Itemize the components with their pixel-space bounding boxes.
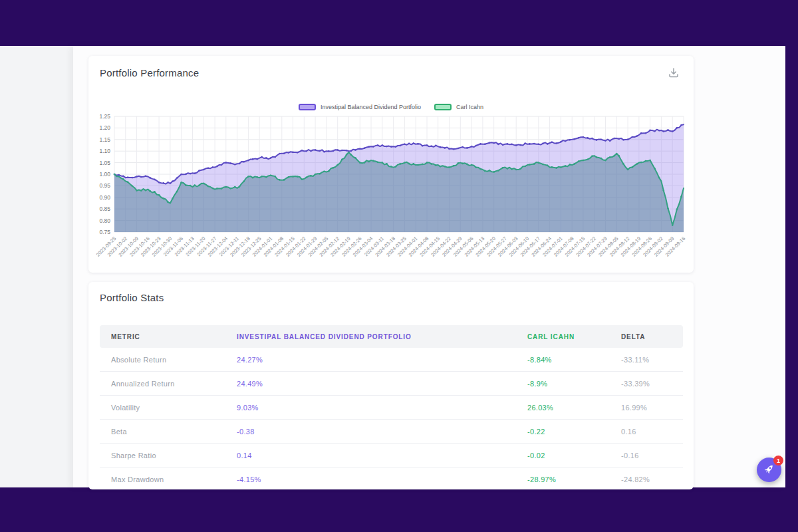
svg-text:0.95: 0.95 [99, 182, 110, 189]
table-row: Max Drawdown-4.15%-28.97%-24.82% [100, 467, 683, 489]
benchmark-value-cell: -0.02 [527, 452, 621, 460]
download-chart-button[interactable] [666, 65, 682, 81]
metric-cell: Volatility [100, 404, 237, 412]
bottom-frame-band [0, 487, 798, 532]
svg-text:1.15: 1.15 [99, 136, 110, 143]
carl-icahn-legend-label: Carl Icahn [456, 104, 483, 110]
svg-text:0.80: 0.80 [99, 217, 110, 224]
metric-cell: Annualized Return [100, 380, 237, 388]
legend-item-carl-icahn[interactable]: Carl Icahn [434, 104, 483, 110]
header-delta: DELTA [621, 333, 683, 340]
table-row: Volatility9.03%26.03%16.99% [100, 396, 683, 420]
top-frame-band [0, 0, 798, 46]
stats-table: METRIC INVESTIPAL BALANCED DIVIDEND PORT… [100, 325, 683, 489]
svg-text:1.10: 1.10 [99, 148, 110, 154]
performance-area-chart: 0.750.800.850.900.951.001.051.101.151.20… [88, 114, 694, 269]
right-frame-band [785, 0, 798, 532]
portfolio-value-cell: 24.49% [237, 380, 527, 388]
download-icon [666, 72, 681, 82]
table-row: Annualized Return24.49%-8.9%-33.39% [100, 372, 683, 396]
table-row: Absolute Return24.27%-8.84%-33.11% [100, 348, 683, 372]
benchmark-value-cell: -8.84% [527, 356, 621, 364]
chart-legend: Investipal Balanced Dividend Portfolio C… [88, 104, 694, 110]
carl-icahn-legend-swatch [434, 104, 452, 110]
stats-table-body: Absolute Return24.27%-8.84%-33.11%Annual… [100, 348, 683, 489]
investipal-legend-label: Investipal Balanced Dividend Portfolio [321, 104, 421, 110]
legend-item-investipal[interactable]: Investipal Balanced Dividend Portfolio [299, 104, 421, 110]
performance-card-title: Portfolio Performance [100, 67, 199, 78]
delta-value-cell: -33.39% [621, 380, 683, 388]
notification-badge: 1 [773, 456, 783, 466]
svg-text:0.75: 0.75 [99, 229, 110, 235]
metric-cell: Max Drawdown [100, 475, 237, 483]
investipal-legend-swatch [299, 104, 316, 110]
rocket-icon [763, 462, 776, 477]
stats-table-header-row: METRIC INVESTIPAL BALANCED DIVIDEND PORT… [100, 325, 683, 348]
portfolio-value-cell: 0.14 [237, 452, 527, 460]
benchmark-value-cell: -8.9% [527, 380, 621, 388]
delta-value-cell: -0.16 [621, 452, 683, 460]
delta-value-cell: 0.16 [621, 428, 683, 436]
benchmark-value-cell: -0.22 [527, 428, 621, 436]
svg-text:1.25: 1.25 [99, 114, 110, 120]
table-row: Sharpe Ratio0.14-0.02-0.16 [100, 444, 683, 467]
svg-text:1.00: 1.00 [99, 171, 110, 178]
header-investipal: INVESTIPAL BALANCED DIVIDEND PORTFOLIO [237, 333, 527, 340]
svg-text:0.85: 0.85 [99, 205, 110, 212]
metric-cell: Sharpe Ratio [100, 452, 237, 460]
chat-fab-button[interactable]: 1 [757, 458, 781, 482]
portfolio-performance-card: Portfolio Performance Investipal Balance… [88, 56, 694, 273]
stats-card-title: Portfolio Stats [100, 292, 164, 303]
svg-text:1.05: 1.05 [99, 160, 110, 166]
main-content-panel: Portfolio Performance Investipal Balance… [73, 46, 785, 487]
delta-value-cell: 16.99% [621, 404, 683, 412]
delta-value-cell: -24.82% [621, 475, 683, 483]
svg-text:1.20: 1.20 [99, 124, 110, 131]
portfolio-value-cell: -4.15% [237, 475, 527, 483]
portfolio-value-cell: 24.27% [237, 356, 527, 364]
header-carl-icahn: CARL ICAHN [527, 333, 621, 340]
portfolio-value-cell: -0.38 [237, 428, 527, 436]
header-metric: METRIC [100, 333, 237, 340]
delta-value-cell: -33.11% [621, 356, 683, 364]
portfolio-value-cell: 9.03% [237, 404, 527, 412]
metric-cell: Absolute Return [100, 356, 237, 364]
table-row: Beta-0.38-0.220.16 [100, 420, 683, 444]
app-screen: Portfolio Performance Investipal Balance… [0, 0, 798, 532]
portfolio-stats-card: Portfolio Stats METRIC INVESTIPAL BALANC… [88, 282, 694, 489]
svg-text:0.90: 0.90 [99, 194, 110, 201]
benchmark-value-cell: 26.03% [527, 404, 621, 412]
metric-cell: Beta [100, 428, 237, 436]
benchmark-value-cell: -28.97% [527, 475, 621, 483]
